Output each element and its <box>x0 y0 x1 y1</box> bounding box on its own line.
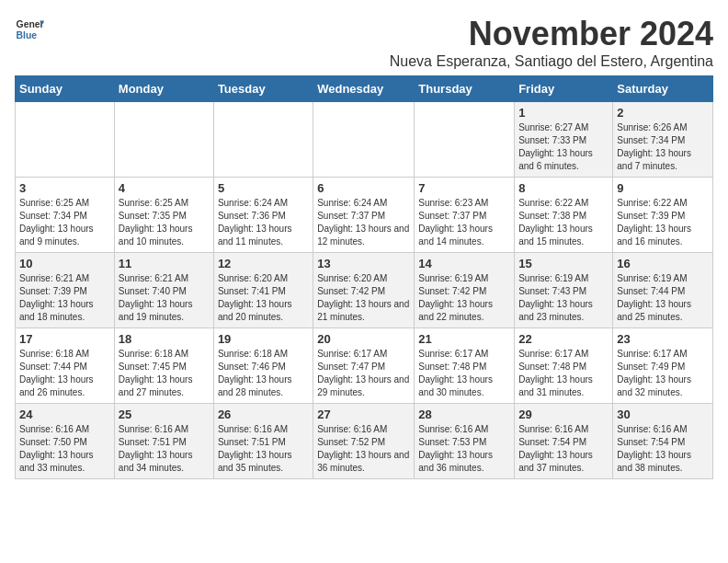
day-of-week-header: Saturday <box>613 76 713 102</box>
calendar-cell <box>16 102 115 178</box>
day-info: Sunrise: 6:16 AM Sunset: 7:51 PM Dayligh… <box>119 423 210 475</box>
day-number: 29 <box>518 408 609 421</box>
calendar-cell: 21Sunrise: 6:17 AM Sunset: 7:48 PM Dayli… <box>415 328 515 404</box>
calendar-cell: 11Sunrise: 6:21 AM Sunset: 7:40 PM Dayli… <box>114 253 213 328</box>
day-number: 21 <box>418 332 510 346</box>
day-info: Sunrise: 6:24 AM Sunset: 7:36 PM Dayligh… <box>218 197 309 248</box>
day-number: 25 <box>119 408 210 421</box>
calendar-cell: 30Sunrise: 6:16 AM Sunset: 7:54 PM Dayli… <box>613 404 713 479</box>
day-info: Sunrise: 6:16 AM Sunset: 7:53 PM Dayligh… <box>418 423 510 475</box>
calendar-cell: 20Sunrise: 6:17 AM Sunset: 7:47 PM Dayli… <box>313 328 415 404</box>
day-info: Sunrise: 6:16 AM Sunset: 7:51 PM Dayligh… <box>218 423 309 475</box>
calendar-cell: 15Sunrise: 6:19 AM Sunset: 7:43 PM Dayli… <box>515 253 613 328</box>
calendar-cell: 4Sunrise: 6:25 AM Sunset: 7:35 PM Daylig… <box>114 178 213 253</box>
calendar-cell: 16Sunrise: 6:19 AM Sunset: 7:44 PM Dayli… <box>613 253 713 328</box>
day-info: Sunrise: 6:16 AM Sunset: 7:54 PM Dayligh… <box>518 423 609 475</box>
day-info: Sunrise: 6:18 AM Sunset: 7:45 PM Dayligh… <box>119 348 210 399</box>
day-number: 4 <box>119 181 210 195</box>
calendar-cell: 26Sunrise: 6:16 AM Sunset: 7:51 PM Dayli… <box>213 404 313 479</box>
title-area: November 2024 Nueva Esperanza, Santiago … <box>390 15 713 70</box>
day-info: Sunrise: 6:25 AM Sunset: 7:35 PM Dayligh… <box>119 197 210 248</box>
day-number: 27 <box>317 408 410 421</box>
day-number: 26 <box>218 408 309 421</box>
day-info: Sunrise: 6:22 AM Sunset: 7:38 PM Dayligh… <box>518 197 609 248</box>
day-info: Sunrise: 6:23 AM Sunset: 7:37 PM Dayligh… <box>418 197 510 248</box>
day-number: 13 <box>317 257 410 270</box>
calendar-week-row: 10Sunrise: 6:21 AM Sunset: 7:39 PM Dayli… <box>16 253 713 328</box>
calendar-cell: 10Sunrise: 6:21 AM Sunset: 7:39 PM Dayli… <box>16 253 115 328</box>
calendar-cell: 17Sunrise: 6:18 AM Sunset: 7:44 PM Dayli… <box>16 328 115 404</box>
day-of-week-header: Tuesday <box>213 76 313 102</box>
day-number: 22 <box>518 332 609 346</box>
calendar-cell: 1Sunrise: 6:27 AM Sunset: 7:33 PM Daylig… <box>515 102 613 178</box>
svg-text:Blue: Blue <box>17 30 38 40</box>
day-info: Sunrise: 6:19 AM Sunset: 7:43 PM Dayligh… <box>518 272 609 324</box>
day-number: 2 <box>617 106 709 120</box>
day-info: Sunrise: 6:26 AM Sunset: 7:34 PM Dayligh… <box>617 121 709 173</box>
day-info: Sunrise: 6:20 AM Sunset: 7:42 PM Dayligh… <box>317 272 410 324</box>
day-number: 6 <box>317 181 410 195</box>
day-info: Sunrise: 6:17 AM Sunset: 7:47 PM Dayligh… <box>317 348 410 399</box>
calendar-week-row: 1Sunrise: 6:27 AM Sunset: 7:33 PM Daylig… <box>16 102 713 178</box>
day-of-week-header: Thursday <box>415 76 515 102</box>
day-info: Sunrise: 6:19 AM Sunset: 7:44 PM Dayligh… <box>617 272 709 324</box>
location-title: Nueva Esperanza, Santiago del Estero, Ar… <box>390 53 713 70</box>
day-number: 17 <box>19 332 110 346</box>
calendar-cell: 7Sunrise: 6:23 AM Sunset: 7:37 PM Daylig… <box>415 178 515 253</box>
calendar-cell: 14Sunrise: 6:19 AM Sunset: 7:42 PM Dayli… <box>415 253 515 328</box>
calendar-cell: 22Sunrise: 6:17 AM Sunset: 7:48 PM Dayli… <box>515 328 613 404</box>
day-number: 10 <box>19 257 110 270</box>
day-number: 7 <box>418 181 510 195</box>
day-number: 1 <box>518 106 609 120</box>
month-title: November 2024 <box>390 15 713 53</box>
day-number: 14 <box>418 257 510 270</box>
day-number: 5 <box>218 181 309 195</box>
day-number: 19 <box>218 332 309 346</box>
day-info: Sunrise: 6:27 AM Sunset: 7:33 PM Dayligh… <box>518 121 609 173</box>
day-number: 24 <box>19 408 110 421</box>
day-of-week-header: Friday <box>515 76 613 102</box>
day-number: 30 <box>617 408 709 421</box>
calendar-cell <box>114 102 213 178</box>
day-info: Sunrise: 6:24 AM Sunset: 7:37 PM Dayligh… <box>317 197 410 248</box>
day-info: Sunrise: 6:18 AM Sunset: 7:44 PM Dayligh… <box>19 348 110 399</box>
logo: General Blue <box>15 15 44 44</box>
day-info: Sunrise: 6:19 AM Sunset: 7:42 PM Dayligh… <box>418 272 510 324</box>
calendar-cell: 27Sunrise: 6:16 AM Sunset: 7:52 PM Dayli… <box>313 404 415 479</box>
calendar-cell: 23Sunrise: 6:17 AM Sunset: 7:49 PM Dayli… <box>613 328 713 404</box>
calendar-cell: 12Sunrise: 6:20 AM Sunset: 7:41 PM Dayli… <box>213 253 313 328</box>
logo-icon: General Blue <box>15 15 44 44</box>
page-header: General Blue November 2024 Nueva Esperan… <box>15 15 713 70</box>
day-number: 9 <box>617 181 709 195</box>
calendar-cell <box>313 102 415 178</box>
day-info: Sunrise: 6:17 AM Sunset: 7:48 PM Dayligh… <box>518 348 609 399</box>
calendar-cell <box>213 102 313 178</box>
calendar-week-row: 3Sunrise: 6:25 AM Sunset: 7:34 PM Daylig… <box>16 178 713 253</box>
day-of-week-header: Monday <box>114 76 213 102</box>
calendar-header-row: SundayMondayTuesdayWednesdayThursdayFrid… <box>16 76 713 102</box>
calendar-table: SundayMondayTuesdayWednesdayThursdayFrid… <box>15 75 713 479</box>
day-number: 15 <box>518 257 609 270</box>
day-info: Sunrise: 6:22 AM Sunset: 7:39 PM Dayligh… <box>617 197 709 248</box>
day-number: 16 <box>617 257 709 270</box>
calendar-cell: 13Sunrise: 6:20 AM Sunset: 7:42 PM Dayli… <box>313 253 415 328</box>
day-of-week-header: Sunday <box>16 76 115 102</box>
calendar-cell: 6Sunrise: 6:24 AM Sunset: 7:37 PM Daylig… <box>313 178 415 253</box>
day-number: 28 <box>418 408 510 421</box>
day-of-week-header: Wednesday <box>313 76 415 102</box>
calendar-cell: 5Sunrise: 6:24 AM Sunset: 7:36 PM Daylig… <box>213 178 313 253</box>
day-number: 23 <box>617 332 709 346</box>
calendar-cell: 24Sunrise: 6:16 AM Sunset: 7:50 PM Dayli… <box>16 404 115 479</box>
calendar-cell <box>415 102 515 178</box>
day-number: 3 <box>19 181 110 195</box>
day-info: Sunrise: 6:25 AM Sunset: 7:34 PM Dayligh… <box>19 197 110 248</box>
day-info: Sunrise: 6:20 AM Sunset: 7:41 PM Dayligh… <box>218 272 309 324</box>
calendar-cell: 8Sunrise: 6:22 AM Sunset: 7:38 PM Daylig… <box>515 178 613 253</box>
calendar-week-row: 24Sunrise: 6:16 AM Sunset: 7:50 PM Dayli… <box>16 404 713 479</box>
day-number: 18 <box>119 332 210 346</box>
calendar-cell: 29Sunrise: 6:16 AM Sunset: 7:54 PM Dayli… <box>515 404 613 479</box>
calendar-cell: 18Sunrise: 6:18 AM Sunset: 7:45 PM Dayli… <box>114 328 213 404</box>
day-number: 8 <box>518 181 609 195</box>
day-info: Sunrise: 6:21 AM Sunset: 7:39 PM Dayligh… <box>19 272 110 324</box>
calendar-cell: 19Sunrise: 6:18 AM Sunset: 7:46 PM Dayli… <box>213 328 313 404</box>
